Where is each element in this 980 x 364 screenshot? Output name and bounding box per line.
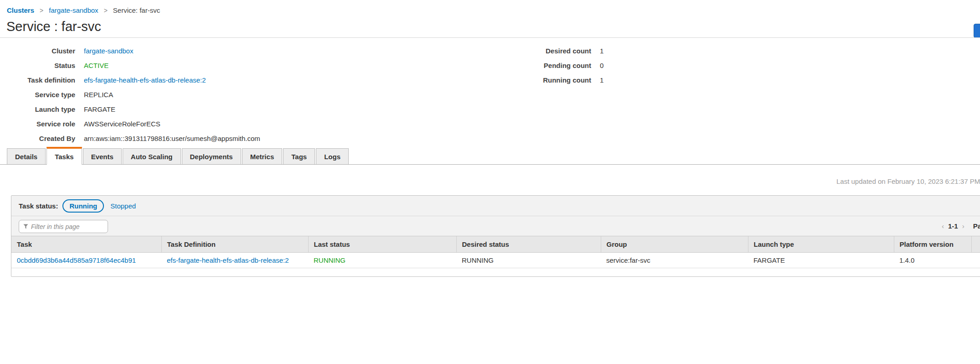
- service-details-right: Desired count 1 Pending count 0 Running …: [479, 43, 603, 87]
- running-count-value: 1: [600, 76, 603, 84]
- pagination-page-size-label: Pag: [973, 222, 980, 230]
- last-updated-text: Last updated on February 10, 2023 6:21:3…: [836, 177, 980, 185]
- breadcrumb-cluster-name[interactable]: fargate-sandbox: [49, 6, 98, 14]
- desired-count-value: 1: [600, 47, 603, 55]
- breadcrumb-separator-icon: >: [40, 7, 43, 14]
- col-header-task[interactable]: Task: [11, 236, 161, 252]
- detail-row-created-by: Created By arn:aws:iam::391311798816:use…: [0, 131, 260, 146]
- tab-tags[interactable]: Tags: [283, 148, 315, 164]
- col-header-last-status[interactable]: Last status: [308, 236, 456, 252]
- detail-row-launch-type: Launch type FARGATE: [0, 102, 260, 116]
- tasks-table-header-row: Task Task Definition Last status Desired…: [11, 236, 980, 252]
- tab-bar: Details Tasks Events Auto Scaling Deploy…: [7, 147, 350, 165]
- detail-label: Pending count: [479, 62, 591, 69]
- col-header-task-definition[interactable]: Task Definition: [161, 236, 308, 252]
- pagination: ‹ 1-1 › Pag: [938, 222, 980, 230]
- row-task-definition-link[interactable]: efs-fargate-health-efs-atlas-db-release:…: [167, 256, 289, 264]
- detail-label: Launch type: [0, 105, 75, 113]
- ecs-service-page: Clusters > fargate-sandbox > Service: fa…: [0, 0, 980, 364]
- breadcrumb: Clusters > fargate-sandbox > Service: fa…: [7, 6, 160, 14]
- task-status-label: Task status:: [19, 202, 58, 210]
- breadcrumb-separator-icon: >: [104, 7, 108, 14]
- detail-label: Status: [0, 62, 75, 69]
- detail-label: Task definition: [0, 76, 75, 84]
- page-title: Service : far-svc: [6, 19, 101, 34]
- task-id-link[interactable]: 0cbdd69d3b6a44d585a9718f64ec4b91: [17, 256, 136, 264]
- col-header-group[interactable]: Group: [601, 236, 748, 252]
- service-type-value: REPLICA: [84, 91, 113, 99]
- tab-tasks[interactable]: Tasks: [46, 147, 82, 165]
- service-status-value: ACTIVE: [84, 62, 108, 69]
- pending-count-value: 0: [600, 62, 603, 69]
- detail-row-cluster: Cluster fargate-sandbox: [0, 43, 260, 58]
- detail-row-running-count: Running count 1: [479, 73, 603, 87]
- detail-label: Desired count: [479, 47, 591, 55]
- tab-metrics[interactable]: Metrics: [242, 148, 283, 164]
- created-by-value: arn:aws:iam::391311798816:user/sumesh@ap…: [84, 135, 260, 142]
- col-header-platform-version[interactable]: Platform version: [894, 236, 971, 252]
- tab-deployments[interactable]: Deployments: [182, 148, 241, 164]
- row-desired-status: RUNNING: [462, 256, 494, 264]
- filter-input[interactable]: [31, 223, 99, 230]
- service-role-value: AWSServiceRoleForECS: [84, 120, 160, 128]
- filter-toolbar: ‹ 1-1 › Pag: [11, 216, 980, 236]
- detail-row-service-type: Service type REPLICA: [0, 87, 260, 102]
- task-status-running-filter[interactable]: Running: [62, 199, 104, 213]
- detail-row-task-definition: Task definition efs-fargate-health-efs-a…: [0, 73, 260, 87]
- pagination-next-icon[interactable]: ›: [958, 222, 969, 230]
- tasks-table: Task Task Definition Last status Desired…: [11, 236, 980, 268]
- header-divider: [0, 37, 980, 38]
- row-group: service:far-svc: [606, 256, 650, 264]
- detail-label: Created By: [0, 135, 75, 142]
- cluster-link[interactable]: fargate-sandbox: [84, 47, 133, 55]
- detail-label: Service type: [0, 91, 75, 99]
- detail-label: Service role: [0, 120, 75, 128]
- tab-events[interactable]: Events: [83, 148, 122, 164]
- detail-row-pending-count: Pending count 0: [479, 58, 603, 73]
- detail-label: Cluster: [0, 47, 75, 55]
- task-definition-link[interactable]: efs-fargate-health-efs-atlas-db-release:…: [84, 76, 206, 84]
- task-status-toolbar: Task status: Running Stopped: [11, 196, 980, 216]
- primary-action-button[interactable]: [974, 24, 980, 38]
- launch-type-value: FARGATE: [84, 105, 115, 113]
- filter-funnel-icon: [23, 224, 28, 229]
- tab-details[interactable]: Details: [7, 148, 46, 164]
- breadcrumb-clusters[interactable]: Clusters: [7, 6, 34, 14]
- detail-row-status: Status ACTIVE: [0, 58, 260, 73]
- col-header-desired-status[interactable]: Desired status: [456, 236, 601, 252]
- filter-input-container: [19, 220, 108, 233]
- row-last-status: RUNNING: [314, 256, 346, 264]
- task-status-stopped-filter[interactable]: Stopped: [110, 202, 136, 210]
- tab-logs[interactable]: Logs: [316, 148, 349, 164]
- pagination-range: 1-1: [948, 222, 958, 230]
- row-platform-version: 1.4.0: [899, 256, 914, 264]
- tab-auto-scaling[interactable]: Auto Scaling: [123, 148, 181, 164]
- table-row: 0cbdd69d3b6a44d585a9718f64ec4b91 efs-far…: [11, 252, 980, 268]
- detail-label: Running count: [479, 76, 591, 84]
- pagination-prev-icon[interactable]: ‹: [938, 222, 948, 230]
- row-launch-type: FARGATE: [753, 256, 785, 264]
- breadcrumb-current-service: Service: far-svc: [113, 6, 160, 14]
- col-header-empty: [971, 236, 980, 252]
- col-header-launch-type[interactable]: Launch type: [748, 236, 894, 252]
- detail-row-service-role: Service role AWSServiceRoleForECS: [0, 116, 260, 131]
- tasks-panel: Task status: Running Stopped ‹ 1-1 › Pag: [11, 195, 980, 277]
- service-details-left: Cluster fargate-sandbox Status ACTIVE Ta…: [0, 43, 260, 146]
- detail-row-desired-count: Desired count 1: [479, 43, 603, 58]
